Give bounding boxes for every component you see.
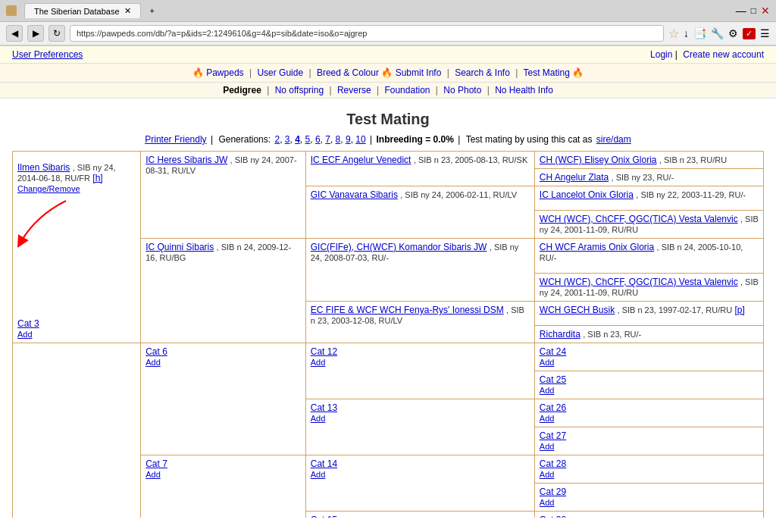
gen-9[interactable]: 9 bbox=[346, 134, 351, 145]
gen-2[interactable]: 2 bbox=[274, 134, 280, 145]
cat13-add-link[interactable]: Add bbox=[311, 414, 326, 423]
main-cat-name-link[interactable]: Ilmen Sibaris bbox=[17, 162, 70, 173]
settings-icon[interactable]: ⚙ bbox=[728, 27, 738, 39]
address-bar[interactable] bbox=[70, 25, 664, 42]
cat29-add-link[interactable]: Add bbox=[540, 498, 555, 507]
cat24-label-link[interactable]: Cat 24 bbox=[540, 346, 566, 357]
cat28-add-link[interactable]: Add bbox=[540, 470, 555, 479]
cat6-add-link[interactable]: Add bbox=[146, 358, 161, 367]
gen-8[interactable]: 8 bbox=[336, 134, 341, 145]
forward-button[interactable]: ▶ bbox=[27, 25, 44, 42]
vesta2-name-link[interactable]: WCH (WCF), ChCFF, QGC(TICA) Vesta Valenv… bbox=[540, 277, 738, 287]
cat14-label-link[interactable]: Cat 14 bbox=[311, 458, 337, 469]
browser-tab[interactable]: The Siberian Database ✕ bbox=[24, 3, 141, 18]
cat12-add-link[interactable]: Add bbox=[311, 358, 326, 367]
richardita-name-link[interactable]: Richardita bbox=[540, 329, 580, 340]
favicon-icon bbox=[6, 5, 17, 16]
gen-6[interactable]: 6 bbox=[315, 134, 321, 145]
cat14-add-link[interactable]: Add bbox=[311, 470, 326, 479]
cat3-add-link[interactable]: Add bbox=[17, 330, 33, 339]
komandor-name-link[interactable]: GIC(FIFe), CH(WCF) Komandor Sibaris JW bbox=[311, 242, 487, 252]
user-guide-link[interactable]: User Guide bbox=[257, 67, 303, 78]
cat26-label-link[interactable]: Cat 26 bbox=[540, 402, 566, 413]
heres-name-link[interactable]: IC Heres Sibaris JW bbox=[146, 155, 227, 165]
cat26-add-link[interactable]: Add bbox=[540, 414, 555, 423]
cat3-cell: Cat 3 Add bbox=[17, 318, 136, 340]
star-icon[interactable]: ☆ bbox=[668, 27, 679, 41]
puzzle-icon[interactable]: 🔧 bbox=[711, 27, 724, 39]
pawpeds-link[interactable]: Pawpeds bbox=[206, 67, 243, 78]
close-button[interactable]: ✕ bbox=[761, 5, 770, 17]
create-account-link[interactable]: Create new account bbox=[683, 49, 764, 60]
col3-angelur-cell: IC ECF Angelur Venedict , SIB n 23, 2005… bbox=[305, 152, 534, 186]
pedigree-label: Pedigree bbox=[223, 85, 261, 95]
aramis-name-link[interactable]: CH WCF Aramis Onix Gloria bbox=[540, 242, 654, 252]
cat28-label-link[interactable]: Cat 28 bbox=[540, 458, 566, 469]
col4-vesta2-cell: WCH (WCF), ChCFF, QGC(TICA) Vesta Valenv… bbox=[534, 274, 763, 302]
foundation-link[interactable]: Foundation bbox=[384, 85, 430, 95]
cat12-label-link[interactable]: Cat 12 bbox=[311, 346, 337, 357]
cat30-label-link[interactable]: Cat 30 bbox=[540, 515, 566, 518]
submit-info-link[interactable]: Submit Info bbox=[396, 67, 442, 78]
breed-colour-link[interactable]: Breed & Colour bbox=[317, 67, 379, 78]
cat15-label-link[interactable]: Cat 15 bbox=[311, 515, 337, 518]
printer-friendly-link[interactable]: Printer Friendly bbox=[145, 134, 206, 145]
sire-dam-link[interactable]: sire/dam bbox=[596, 134, 631, 145]
gen-4[interactable]: 4 bbox=[295, 134, 300, 145]
test-mating-nav-link[interactable]: Test Mating bbox=[523, 67, 569, 78]
elisey-name-link[interactable]: CH (WCF) Elisey Onix Gloria bbox=[540, 155, 657, 165]
menu-icon[interactable]: ☰ bbox=[760, 27, 770, 39]
angelur-name-link[interactable]: IC ECF Angelur Venedict bbox=[311, 155, 411, 165]
tab-close-button[interactable]: ✕ bbox=[124, 6, 131, 16]
gen-5[interactable]: 5 bbox=[305, 134, 311, 145]
cat3-label-link[interactable]: Cat 3 bbox=[17, 318, 39, 329]
back-button[interactable]: ◀ bbox=[6, 25, 23, 42]
gen-3[interactable]: 3 bbox=[285, 134, 290, 145]
test-mating-prefix: Test mating by using this cat as bbox=[466, 134, 593, 145]
cat27-label-link[interactable]: Cat 27 bbox=[540, 430, 566, 441]
new-tab-button[interactable]: + bbox=[144, 4, 161, 17]
busik-name-link[interactable]: WCH GECH Busik bbox=[540, 305, 615, 315]
no-offspring-link[interactable]: No offspring bbox=[275, 85, 324, 95]
vanavara-name-link[interactable]: GIC Vanavara Sibaris bbox=[311, 189, 398, 200]
cat29-label-link[interactable]: Cat 29 bbox=[540, 487, 566, 497]
gen-7[interactable]: 7 bbox=[325, 134, 330, 145]
main-cat-h-link[interactable]: [h] bbox=[92, 173, 102, 183]
user-preferences-link[interactable]: User Preferences bbox=[12, 49, 83, 60]
lancelot-name-link[interactable]: IC Lancelot Onix Gloria bbox=[540, 189, 634, 200]
cat25-add-link[interactable]: Add bbox=[540, 386, 555, 395]
cat7-add-link[interactable]: Add bbox=[146, 470, 161, 479]
cat24-add-link[interactable]: Add bbox=[540, 358, 555, 367]
col4-lancelot-cell: IC Lancelot Onix Gloria , SIB ny 22, 200… bbox=[534, 186, 763, 211]
cat25-label-link[interactable]: Cat 25 bbox=[540, 374, 566, 385]
main-cat-change-link[interactable]: Change/Remove bbox=[17, 184, 80, 193]
minimize-button[interactable]: — bbox=[736, 5, 746, 16]
fenya-name-link[interactable]: EC FIFE & WCF WCH Fenya-Rys' Ionessi DSM bbox=[311, 305, 504, 315]
tab-title: The Siberian Database bbox=[34, 7, 120, 16]
maximize-button[interactable]: □ bbox=[751, 5, 756, 16]
busik-p-link[interactable]: [p] bbox=[735, 305, 745, 315]
bookmark-icon[interactable]: 📑 bbox=[693, 27, 706, 39]
extensions-icon[interactable]: ✓ bbox=[743, 28, 756, 39]
col4-elisey-cell: CH (WCF) Elisey Onix Gloria , SIB n 23, … bbox=[534, 152, 763, 169]
login-link[interactable]: Login bbox=[650, 49, 672, 60]
download-icon[interactable]: ↓ bbox=[684, 27, 689, 39]
vesta1-name-link[interactable]: WCH (WCF), ChCFF, QGC(TICA) Vesta Valenv… bbox=[540, 214, 738, 224]
search-info-link[interactable]: Search & Info bbox=[455, 67, 510, 78]
cat27-add-link[interactable]: Add bbox=[540, 442, 555, 451]
col3-cat13-cell: Cat 13 Add bbox=[305, 399, 534, 455]
cat13-label-link[interactable]: Cat 13 bbox=[311, 402, 337, 413]
refresh-button[interactable]: ↻ bbox=[48, 25, 65, 42]
no-photo-link[interactable]: No Photo bbox=[443, 85, 481, 95]
col4-cat27-cell: Cat 27 Add bbox=[534, 427, 763, 455]
zlata-name-link[interactable]: CH Angelur Zlata bbox=[540, 172, 609, 183]
gen-10[interactable]: 10 bbox=[355, 134, 365, 145]
col4-zlata-cell: CH Angelur Zlata , SIB ny 23, RU/- bbox=[534, 169, 763, 186]
no-health-info-link[interactable]: No Health Info bbox=[495, 85, 553, 95]
reverse-link[interactable]: Reverse bbox=[337, 85, 371, 95]
cat7-label-link[interactable]: Cat 7 bbox=[146, 458, 167, 469]
quinni-name-link[interactable]: IC Quinni Sibaris bbox=[146, 242, 214, 252]
cat6-label-link[interactable]: Cat 6 bbox=[146, 346, 167, 357]
col4-cat28-cell: Cat 28 Add bbox=[534, 455, 763, 483]
col4-aramis-cell: CH WCF Aramis Onix Gloria , SIB n 24, 20… bbox=[534, 239, 763, 274]
